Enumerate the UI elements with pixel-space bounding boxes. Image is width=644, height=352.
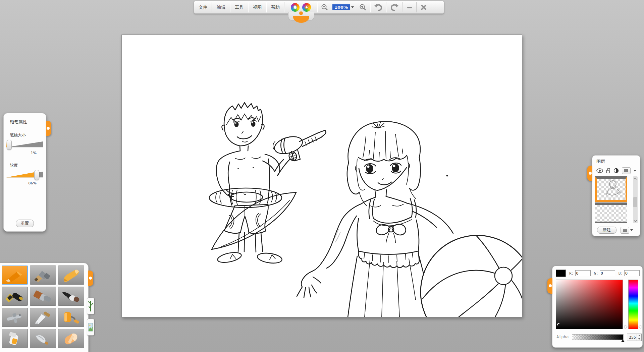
layer-item[interactable] bbox=[595, 202, 627, 223]
color-picker-panel: R: G: B: Alpha 255 bbox=[552, 266, 643, 348]
r-label: R: bbox=[569, 271, 574, 276]
plant-sticker-button[interactable] bbox=[87, 298, 94, 314]
reset-button[interactable]: 重置 bbox=[16, 220, 34, 227]
b-label: B: bbox=[619, 271, 623, 276]
logo-nose-icon bbox=[299, 11, 303, 15]
drawing-canvas[interactable] bbox=[121, 35, 522, 317]
tool-quill[interactable] bbox=[30, 329, 56, 348]
scrollbar-thumb[interactable] bbox=[633, 197, 637, 207]
eraser-icon bbox=[60, 331, 82, 346]
layer-scrollbar[interactable] bbox=[633, 176, 638, 223]
panel-title: 铅笔属性 bbox=[4, 113, 46, 125]
alpha-label: Alpha bbox=[556, 335, 569, 339]
quill-icon bbox=[32, 331, 54, 346]
layer-options-button[interactable] bbox=[621, 227, 629, 234]
close-icon bbox=[420, 4, 427, 11]
panel-handle-icon[interactable] bbox=[547, 278, 552, 294]
minimize-button[interactable] bbox=[403, 1, 416, 13]
tool-crayon[interactable] bbox=[2, 266, 28, 285]
tool-ink-brush[interactable] bbox=[58, 287, 84, 306]
panel-handle-icon[interactable] bbox=[88, 271, 93, 286]
slider-track bbox=[6, 141, 43, 148]
zoom-out-button[interactable] bbox=[318, 1, 332, 13]
close-button[interactable] bbox=[417, 1, 430, 13]
hue-marker-right-icon[interactable] bbox=[639, 325, 641, 329]
layer-visibility-icon[interactable] bbox=[596, 168, 603, 173]
menu-file[interactable]: 文件 bbox=[194, 1, 212, 13]
undo-button[interactable] bbox=[371, 1, 386, 13]
photo-icon bbox=[88, 320, 93, 334]
panel-handle-icon[interactable] bbox=[587, 166, 592, 181]
b-input[interactable] bbox=[624, 270, 640, 276]
layer-menu-button[interactable] bbox=[622, 167, 631, 174]
zoom-in-icon bbox=[359, 4, 367, 11]
spinner-buttons[interactable] bbox=[637, 334, 641, 341]
layer-options-caret[interactable] bbox=[630, 229, 633, 231]
alpha-gradient bbox=[572, 335, 623, 340]
main-toolbar: 文件 编辑 工具 视图 帮助 100% bbox=[194, 1, 444, 14]
layers-title: 图层 bbox=[592, 156, 640, 165]
menu-help[interactable]: 帮助 bbox=[267, 1, 284, 13]
menu-view[interactable]: 视图 bbox=[249, 1, 266, 13]
alpha-spinner[interactable]: 255 bbox=[627, 334, 642, 341]
minimize-icon bbox=[406, 4, 413, 11]
scroll-up-icon[interactable] bbox=[633, 177, 638, 180]
menu-edit[interactable]: 编辑 bbox=[212, 1, 230, 13]
layer-item[interactable] bbox=[595, 176, 627, 202]
tool-pastel[interactable] bbox=[58, 266, 84, 285]
layer-thumbnail-sketch bbox=[597, 179, 626, 198]
spin-up-icon[interactable] bbox=[638, 335, 640, 336]
hue-marker-left-icon[interactable] bbox=[625, 325, 627, 329]
tool-paint-brush[interactable] bbox=[30, 287, 56, 306]
g-input[interactable] bbox=[600, 270, 615, 276]
menu-tools[interactable]: 工具 bbox=[230, 1, 248, 13]
r-input[interactable] bbox=[575, 270, 591, 276]
layer-blend-icon[interactable] bbox=[613, 168, 619, 173]
zoom-dropdown-caret[interactable] bbox=[351, 6, 354, 8]
slider-knob[interactable] bbox=[34, 170, 39, 180]
tool-pencil[interactable] bbox=[30, 266, 56, 285]
logo-eye-right-icon bbox=[302, 3, 311, 12]
pencil-icon bbox=[32, 268, 54, 283]
tool-pen-nib[interactable] bbox=[2, 287, 28, 306]
tool-eraser[interactable] bbox=[58, 329, 84, 348]
tool-palette-knife[interactable] bbox=[30, 308, 56, 327]
brush-size-label: 笔触大小 bbox=[4, 125, 46, 139]
tool-paint-roller[interactable] bbox=[58, 308, 84, 327]
spin-down-icon[interactable] bbox=[638, 338, 640, 340]
pencil-properties-panel: 铅笔属性 笔触大小 1% 软度 86% 重置 bbox=[3, 113, 46, 232]
alpha-marker-icon[interactable] bbox=[621, 340, 625, 342]
scroll-down-icon[interactable] bbox=[633, 219, 638, 223]
redo-button[interactable] bbox=[387, 1, 402, 13]
softness-slider[interactable] bbox=[6, 170, 43, 180]
redo-icon bbox=[390, 3, 399, 11]
list-icon bbox=[623, 229, 627, 232]
tool-airbrush[interactable] bbox=[2, 308, 28, 327]
new-layer-button[interactable]: 新建 bbox=[597, 227, 616, 234]
brush-size-slider[interactable] bbox=[6, 139, 43, 150]
palette-knife-icon bbox=[32, 310, 54, 325]
airbrush-icon bbox=[4, 310, 25, 325]
layer-list bbox=[595, 176, 631, 223]
hue-slider[interactable] bbox=[628, 280, 638, 329]
current-color-swatch bbox=[556, 270, 566, 277]
layer-lock-icon[interactable] bbox=[606, 168, 610, 173]
plant-icon bbox=[88, 299, 93, 313]
alpha-value: 255 bbox=[627, 335, 637, 340]
layer-menu-caret[interactable] bbox=[634, 170, 636, 172]
saturation-value-picker[interactable] bbox=[556, 280, 623, 329]
tool-paint-jar[interactable] bbox=[2, 329, 28, 348]
zoom-out-icon bbox=[321, 4, 328, 11]
list-icon bbox=[624, 169, 629, 172]
app-logo bbox=[285, 1, 317, 13]
zoom-level-display[interactable]: 100% bbox=[332, 4, 350, 10]
paint-jar-icon bbox=[4, 331, 25, 346]
tool-palette-panel bbox=[0, 263, 89, 352]
undo-icon bbox=[374, 3, 383, 11]
zoom-in-button[interactable] bbox=[356, 1, 370, 13]
slider-knob[interactable] bbox=[7, 140, 12, 150]
panel-handle-icon[interactable] bbox=[46, 121, 51, 136]
photo-sticker-button[interactable] bbox=[87, 319, 94, 336]
pen-nib-icon bbox=[4, 289, 25, 304]
alpha-slider[interactable] bbox=[572, 334, 624, 340]
